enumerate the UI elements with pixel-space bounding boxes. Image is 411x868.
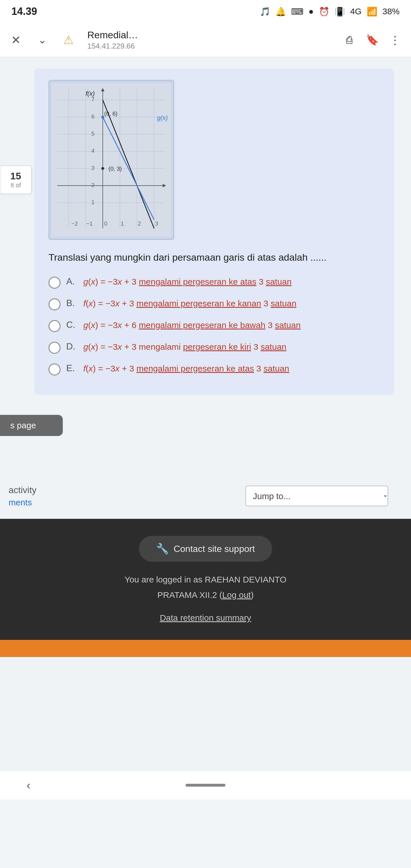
- question-text: Translasi yang mungkin dari persamaan ga…: [49, 250, 380, 265]
- vibrate-icon: 📳: [335, 6, 345, 17]
- back-button[interactable]: ‹: [17, 774, 40, 797]
- status-bar: 14.39 🎵 🔔 ⌨ ● ⏰ 📳 4G 📶 38%: [0, 0, 411, 23]
- svg-point-34: [101, 116, 104, 119]
- svg-text:1: 1: [121, 220, 124, 227]
- chevron-down-icon: ⌄: [38, 34, 46, 46]
- browser-title-area: Remedial… 154.41.229.66: [87, 29, 334, 51]
- svg-text:g(x): g(x): [157, 114, 168, 121]
- notification-icon: 🔔: [276, 6, 286, 17]
- radio-d[interactable]: [49, 342, 61, 354]
- contact-support-button[interactable]: 🔧 Contact site support: [139, 536, 272, 562]
- option-label-c: C.: [66, 319, 77, 330]
- activity-section: activity ments Jump to... Section 1 Sect…: [0, 473, 411, 519]
- chevron-down-button[interactable]: ⌄: [32, 30, 53, 50]
- svg-text:3: 3: [91, 165, 94, 171]
- nav-bar: ‹: [0, 771, 411, 800]
- svg-text:4: 4: [91, 148, 94, 154]
- page-of-text: It of: [4, 182, 27, 189]
- browser-bar: ✕ ⌄ ⚠ Remedial… 154.41.229.66 ⎙ 🔖 ⋮: [0, 23, 411, 57]
- svg-text:0: 0: [104, 220, 107, 227]
- svg-point-36: [101, 167, 104, 170]
- main-content: 15 It of: [0, 57, 411, 771]
- jump-to-select[interactable]: Jump to... Section 1 Section 2 Section 3: [246, 486, 388, 506]
- answer-option-b[interactable]: B. f(x) = −3x + 3 mengalami pergeseran k…: [49, 297, 380, 310]
- graph-svg: −2 −1 0 1 2 3 1 2 3 4 5 6 7 f(x) g: [51, 83, 171, 237]
- back-icon: ‹: [27, 779, 30, 792]
- radio-c[interactable]: [49, 320, 61, 332]
- answer-option-a[interactable]: A. g(x) = −3x + 3 mengalami pergeseran k…: [49, 275, 380, 289]
- svg-text:f(x): f(x): [86, 90, 95, 97]
- data-retention-link[interactable]: Data retention summary: [160, 613, 251, 623]
- svg-rect-0: [51, 83, 171, 237]
- option-label-b: B.: [66, 298, 77, 308]
- browser-title-main: Remedial…: [87, 29, 334, 40]
- signal-icon: 📶: [367, 6, 377, 17]
- bookmark-icon: 🔖: [366, 34, 379, 46]
- answer-option-c[interactable]: C. g(x) = −3x + 6 mengalami pergeseran k…: [49, 318, 380, 332]
- svg-text:5: 5: [91, 130, 94, 137]
- svg-text:(0, 3): (0, 3): [108, 165, 122, 172]
- more-icon: ⋮: [389, 33, 401, 46]
- svg-text:2: 2: [138, 220, 141, 227]
- share-icon: ⎙: [346, 34, 352, 46]
- radio-a[interactable]: [49, 277, 61, 289]
- battery-icon: 38%: [382, 6, 400, 16]
- browser-actions: ⎙ 🔖 ⋮: [339, 30, 405, 50]
- dot-icon: ●: [309, 6, 314, 16]
- page-number-badge: 15 It of: [0, 165, 31, 194]
- on-this-page-label: s page: [10, 421, 36, 430]
- page-number: 15: [4, 170, 27, 182]
- close-icon: ✕: [11, 33, 21, 46]
- answer-option-d[interactable]: D. g(x) = −3x + 3 mengalami pergeseran k…: [49, 340, 380, 354]
- status-icons: 🎵 🔔 ⌨ ● ⏰ 📳 4G 📶 38%: [260, 6, 400, 17]
- radio-b[interactable]: [49, 299, 61, 310]
- svg-text:−1: −1: [86, 220, 93, 227]
- bookmark-button[interactable]: 🔖: [362, 30, 382, 50]
- svg-text:7: 7: [91, 96, 94, 102]
- svg-text:3: 3: [155, 220, 158, 227]
- activity-title: activity: [8, 485, 36, 495]
- radio-e[interactable]: [49, 364, 61, 375]
- spacer: [0, 450, 411, 473]
- activity-left: activity ments: [8, 485, 36, 507]
- spotify-icon: 🎵: [260, 6, 270, 17]
- browser-subtitle: 154.41.229.66: [87, 42, 334, 51]
- option-label-d: D.: [66, 341, 77, 352]
- warning-icon: ⚠: [63, 33, 74, 46]
- on-this-page-container: s page: [0, 398, 411, 450]
- on-this-page-button[interactable]: s page: [0, 415, 63, 436]
- option-label-a: A.: [66, 276, 77, 287]
- footer: 🔧 Contact site support You are logged in…: [0, 519, 411, 640]
- more-button[interactable]: ⋮: [385, 30, 405, 50]
- clock-icon: ⏰: [319, 6, 329, 17]
- warning-button[interactable]: ⚠: [58, 30, 79, 50]
- svg-text:6: 6: [91, 113, 94, 120]
- activity-link[interactable]: ments: [8, 498, 36, 507]
- logged-in-text: You are logged in as RAEHAN DEVIANTOPRAT…: [125, 572, 287, 603]
- option-formula-e: f(x) = −3x + 3 mengalami pergeseran ke a…: [83, 362, 289, 375]
- option-formula-c: g(x) = −3x + 6 mengalami pergeseran ke b…: [83, 318, 301, 332]
- svg-text:(0, 6): (0, 6): [104, 111, 118, 117]
- answer-option-e[interactable]: E. f(x) = −3x + 3 mengalami pergeseran k…: [49, 362, 380, 375]
- svg-text:−2: −2: [71, 220, 78, 227]
- network-icon: 4G: [350, 6, 361, 16]
- option-formula-d: g(x) = −3x + 3 mengalami pergeseran ke k…: [83, 340, 286, 354]
- orange-bar: [0, 640, 411, 657]
- option-formula-a: g(x) = −3x + 3 mengalami pergeseran ke a…: [83, 275, 292, 289]
- share-button[interactable]: ⎙: [339, 30, 360, 50]
- home-pill[interactable]: [186, 784, 225, 786]
- svg-text:1: 1: [91, 199, 94, 205]
- close-button[interactable]: ✕: [6, 30, 26, 50]
- status-time: 14.39: [11, 5, 37, 18]
- log-out-link[interactable]: Log out: [222, 590, 251, 599]
- question-card: −2 −1 0 1 2 3 1 2 3 4 5 6 7 f(x) g: [34, 68, 394, 395]
- support-icon: 🔧: [156, 543, 169, 555]
- option-label-e: E.: [66, 363, 77, 373]
- svg-text:2: 2: [91, 182, 94, 188]
- graph-image: −2 −1 0 1 2 3 1 2 3 4 5 6 7 f(x) g: [49, 80, 174, 240]
- option-formula-b: f(x) = −3x + 3 mengalami pergeseran ke k…: [83, 297, 296, 310]
- contact-support-label: Contact site support: [173, 544, 255, 554]
- keyboard-icon: ⌨: [291, 6, 304, 17]
